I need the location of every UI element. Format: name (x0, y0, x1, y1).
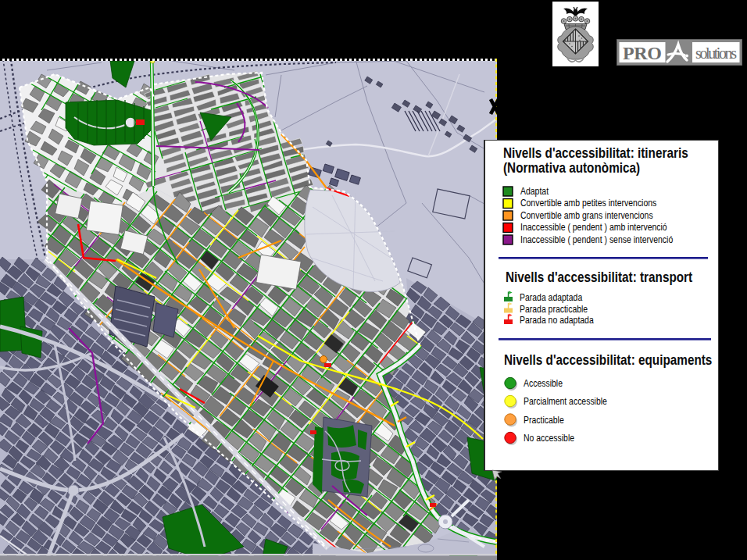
svg-text:PRO: PRO (623, 43, 662, 63)
svg-text:solutions: solutions (695, 45, 737, 62)
